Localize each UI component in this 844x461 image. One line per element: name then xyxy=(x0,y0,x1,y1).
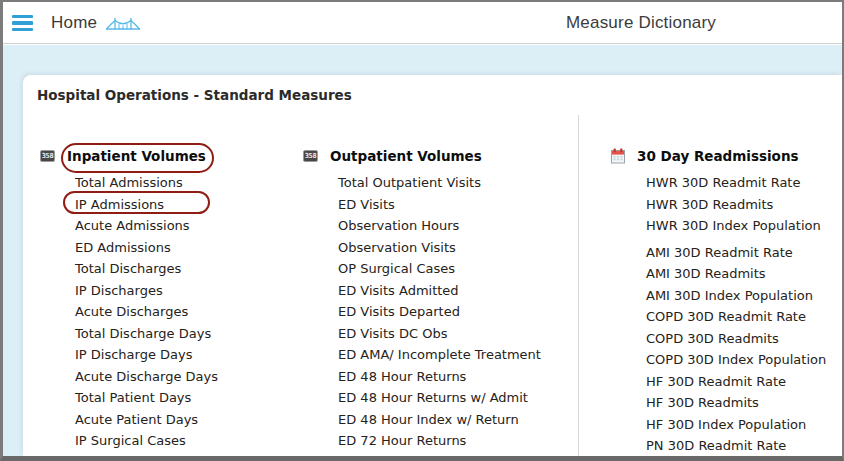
top-bar: Home Measure Dictionary xyxy=(3,2,842,44)
measure-link[interactable]: Total Admissions xyxy=(75,172,218,194)
column-inpatient-volumes: 358 Inpatient Volumes Total Admissions I… xyxy=(40,146,218,452)
measure-link[interactable]: ED 72 Hour Returns xyxy=(338,430,541,452)
measure-link[interactable]: Acute Discharges xyxy=(75,301,218,323)
home-nav-label[interactable]: Home xyxy=(51,2,97,44)
measure-link[interactable]: Total Discharge Days xyxy=(75,323,218,345)
bridge-icon xyxy=(106,15,140,36)
measures-card: Hospital Operations - Standard Measures … xyxy=(23,75,842,456)
measure-link[interactable]: HWR 30D Readmits xyxy=(646,194,826,216)
measure-link[interactable]: ED Visits DC Obs xyxy=(338,323,541,345)
measure-link[interactable]: IP Admissions xyxy=(75,194,218,216)
measure-link[interactable]: AMI 30D Readmits xyxy=(646,263,826,285)
measure-link[interactable]: ED 48 Hour Returns w/ Admit xyxy=(338,387,541,409)
calendar-icon xyxy=(611,148,625,164)
column-30-day-readmissions: 30 Day Readmissions HWR 30D Readmit Rate… xyxy=(611,146,826,456)
measure-link[interactable]: Acute Admissions xyxy=(75,215,218,237)
measure-link[interactable]: IP Discharges xyxy=(75,280,218,302)
measure-link[interactable]: ED Visits Admitted xyxy=(338,280,541,302)
measure-link[interactable]: HWR 30D Readmit Rate xyxy=(646,172,826,194)
column-title[interactable]: Inpatient Volumes xyxy=(67,148,206,164)
measure-link[interactable]: HF 30D Readmit Rate xyxy=(646,371,826,393)
measure-link[interactable]: COPD 30D Readmits xyxy=(646,328,826,350)
measure-link[interactable]: Acute Patient Days xyxy=(75,409,218,431)
measure-link[interactable]: Total Patient Days xyxy=(75,387,218,409)
measure-link[interactable]: ED Visits Departed xyxy=(338,301,541,323)
measure-dictionary-window: Home Measure Dictionary Hospital Operati… xyxy=(0,0,844,461)
numeric-tile-icon: 358 xyxy=(303,150,318,162)
measure-link[interactable]: ED AMA/ Incomplete Treatment xyxy=(338,344,541,366)
measure-link[interactable]: IP Surgical Cases xyxy=(75,430,218,452)
measure-link[interactable]: ED 72 Hour Returns w/ Admit xyxy=(338,452,541,457)
measure-link[interactable]: Total Outpatient Visits xyxy=(338,172,541,194)
measure-link[interactable]: IP Discharge Days xyxy=(75,344,218,366)
content-area: Hospital Operations - Standard Measures … xyxy=(3,45,842,456)
measure-link[interactable]: AMI 30D Readmit Rate xyxy=(646,242,826,264)
measure-link[interactable]: HF 30D Index Population xyxy=(646,414,826,436)
measure-link[interactable]: Observation Visits xyxy=(338,237,541,259)
page-title: Measure Dictionary xyxy=(566,2,716,44)
measure-link[interactable]: OP Surgical Cases xyxy=(338,258,541,280)
measure-link[interactable]: COPD 30D Index Population xyxy=(646,349,826,371)
measure-link[interactable]: COPD 30D Readmit Rate xyxy=(646,306,826,328)
measure-link[interactable]: ED 48 Hour Index w/ Return xyxy=(338,409,541,431)
measure-link[interactable]: Observation Hours xyxy=(338,215,541,237)
measure-link[interactable]: HWR 30D Index Population xyxy=(646,215,826,237)
measure-link[interactable]: Total Discharges xyxy=(75,258,218,280)
card-title: Hospital Operations - Standard Measures xyxy=(37,87,352,103)
measure-link[interactable]: AMI 30D Index Population xyxy=(646,285,826,307)
measure-link[interactable]: ED Visits xyxy=(338,194,541,216)
measure-link[interactable]: HF 30D Readmits xyxy=(646,392,826,414)
measure-link[interactable]: Acute Discharge Days xyxy=(75,366,218,388)
measure-link[interactable]: ED 48 Hour Returns xyxy=(338,366,541,388)
column-divider xyxy=(578,115,579,456)
column-title[interactable]: 30 Day Readmissions xyxy=(637,148,799,164)
hamburger-menu-icon[interactable] xyxy=(12,15,33,31)
column-title[interactable]: Outpatient Volumes xyxy=(330,148,482,164)
measure-link[interactable]: PN 30D Readmit Rate xyxy=(646,435,826,456)
column-outpatient-volumes: 358 Outpatient Volumes Total Outpatient … xyxy=(303,146,541,456)
measure-link[interactable]: ED Admissions xyxy=(75,237,218,259)
numeric-tile-icon: 358 xyxy=(40,150,55,162)
